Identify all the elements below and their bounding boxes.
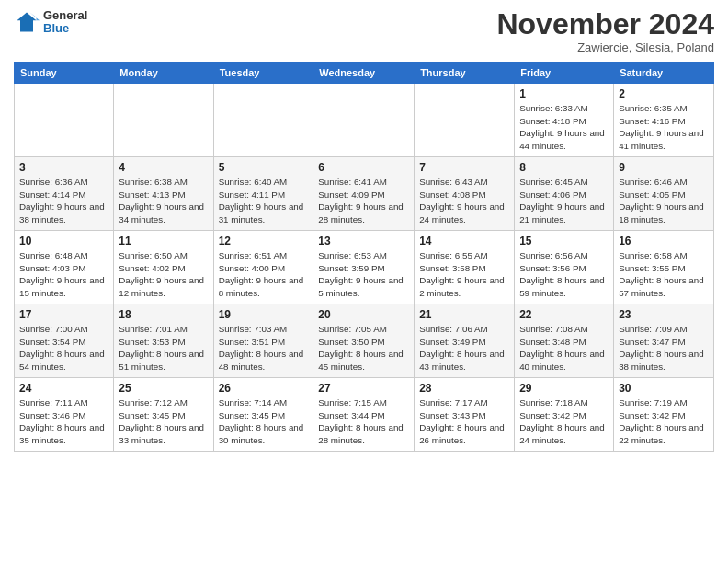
day-info-3-2: Sunrise: 7:03 AM Sunset: 3:51 PM Dayligh… [219,323,309,373]
day-cell-3-0: 17Sunrise: 7:00 AM Sunset: 3:54 PM Dayli… [15,304,114,378]
day-cell-1-1: 4Sunrise: 6:38 AM Sunset: 4:13 PM Daylig… [114,157,213,231]
day-cell-0-4 [415,84,515,157]
day-cell-2-5: 15Sunrise: 6:56 AM Sunset: 3:56 PM Dayli… [515,231,614,304]
calendar-header-row: Sunday Monday Tuesday Wednesday Thursday… [15,63,714,84]
day-num-2-4: 14 [419,235,509,247]
week-row-4: 24Sunrise: 7:11 AM Sunset: 3:46 PM Dayli… [15,378,714,452]
day-info-4-4: Sunrise: 7:17 AM Sunset: 3:43 PM Dayligh… [419,396,509,447]
calendar: Sunday Monday Tuesday Wednesday Thursday… [14,62,714,452]
day-num-2-6: 16 [619,235,709,247]
day-info-2-5: Sunrise: 6:56 AM Sunset: 3:56 PM Dayligh… [519,249,609,300]
day-info-0-5: Sunrise: 6:33 AM Sunset: 4:18 PM Dayligh… [519,102,609,153]
day-cell-1-0: 3Sunrise: 6:36 AM Sunset: 4:14 PM Daylig… [15,157,114,231]
day-info-2-3: Sunrise: 6:53 AM Sunset: 3:59 PM Dayligh… [318,249,409,300]
day-info-2-0: Sunrise: 6:48 AM Sunset: 4:03 PM Dayligh… [19,249,108,300]
day-info-1-2: Sunrise: 6:40 AM Sunset: 4:11 PM Dayligh… [219,176,309,226]
day-cell-2-3: 13Sunrise: 6:53 AM Sunset: 3:59 PM Dayli… [313,231,415,304]
day-cell-4-0: 24Sunrise: 7:11 AM Sunset: 3:46 PM Dayli… [15,378,114,452]
day-cell-2-2: 12Sunrise: 6:51 AM Sunset: 4:00 PM Dayli… [213,231,313,304]
day-cell-3-6: 23Sunrise: 7:09 AM Sunset: 3:47 PM Dayli… [614,304,714,378]
day-cell-0-5: 1Sunrise: 6:33 AM Sunset: 4:18 PM Daylig… [515,84,614,157]
col-sunday: Sunday [15,63,114,84]
day-cell-4-2: 26Sunrise: 7:14 AM Sunset: 3:45 PM Dayli… [213,378,313,452]
title-block: November 2024 Zawiercie, Silesia, Poland [496,9,714,54]
day-info-1-3: Sunrise: 6:41 AM Sunset: 4:09 PM Dayligh… [318,176,409,226]
header: General Blue November 2024 Zawiercie, Si… [14,9,714,54]
day-cell-2-0: 10Sunrise: 6:48 AM Sunset: 4:03 PM Dayli… [15,231,114,304]
day-cell-1-6: 9Sunrise: 6:46 AM Sunset: 4:05 PM Daylig… [614,157,714,231]
day-cell-3-2: 19Sunrise: 7:03 AM Sunset: 3:51 PM Dayli… [213,304,313,378]
month-title: November 2024 [496,9,714,39]
day-num-1-6: 9 [619,161,709,174]
day-cell-4-1: 25Sunrise: 7:12 AM Sunset: 3:45 PM Dayli… [114,378,213,452]
day-num-1-2: 5 [219,161,309,174]
day-info-3-6: Sunrise: 7:09 AM Sunset: 3:47 PM Dayligh… [619,323,709,373]
day-info-3-4: Sunrise: 7:06 AM Sunset: 3:49 PM Dayligh… [419,323,509,373]
day-info-2-2: Sunrise: 6:51 AM Sunset: 4:00 PM Dayligh… [219,249,309,300]
day-cell-1-4: 7Sunrise: 6:43 AM Sunset: 4:08 PM Daylig… [415,157,515,231]
day-num-3-2: 19 [219,308,309,321]
day-cell-1-2: 5Sunrise: 6:40 AM Sunset: 4:11 PM Daylig… [213,157,313,231]
day-num-1-5: 8 [519,161,609,174]
day-cell-1-5: 8Sunrise: 6:45 AM Sunset: 4:06 PM Daylig… [515,157,614,231]
day-info-2-4: Sunrise: 6:55 AM Sunset: 3:58 PM Dayligh… [419,249,509,300]
day-cell-0-1 [114,84,213,157]
day-num-4-0: 24 [19,382,108,395]
day-num-4-3: 27 [318,382,409,395]
col-monday: Monday [114,63,213,84]
day-cell-2-6: 16Sunrise: 6:58 AM Sunset: 3:55 PM Dayli… [614,231,714,304]
day-info-3-0: Sunrise: 7:00 AM Sunset: 3:54 PM Dayligh… [19,323,108,373]
day-num-2-5: 15 [519,235,609,247]
day-cell-3-3: 20Sunrise: 7:05 AM Sunset: 3:50 PM Dayli… [313,304,415,378]
day-cell-0-3 [313,84,415,157]
day-info-3-3: Sunrise: 7:05 AM Sunset: 3:50 PM Dayligh… [318,323,409,373]
logo-icon [14,9,40,35]
day-info-4-2: Sunrise: 7:14 AM Sunset: 3:45 PM Dayligh… [219,396,309,447]
day-num-3-5: 22 [519,308,609,321]
day-info-2-1: Sunrise: 6:50 AM Sunset: 4:02 PM Dayligh… [119,249,208,300]
day-info-0-6: Sunrise: 6:35 AM Sunset: 4:16 PM Dayligh… [619,102,709,153]
logo: General Blue [14,9,87,36]
day-cell-2-1: 11Sunrise: 6:50 AM Sunset: 4:02 PM Dayli… [114,231,213,304]
calendar-body: 1Sunrise: 6:33 AM Sunset: 4:18 PM Daylig… [15,84,714,452]
day-info-4-3: Sunrise: 7:15 AM Sunset: 3:44 PM Dayligh… [318,396,409,447]
day-num-4-6: 30 [619,382,709,395]
day-num-2-1: 11 [119,235,208,247]
col-thursday: Thursday [415,63,515,84]
day-num-2-2: 12 [219,235,309,247]
day-info-4-5: Sunrise: 7:18 AM Sunset: 3:42 PM Dayligh… [519,396,609,447]
day-num-1-1: 4 [119,161,208,174]
day-cell-3-4: 21Sunrise: 7:06 AM Sunset: 3:49 PM Dayli… [415,304,515,378]
day-cell-4-5: 29Sunrise: 7:18 AM Sunset: 3:42 PM Dayli… [515,378,614,452]
day-num-1-0: 3 [19,161,108,174]
day-info-1-5: Sunrise: 6:45 AM Sunset: 4:06 PM Dayligh… [519,176,609,226]
col-wednesday: Wednesday [313,63,415,84]
day-num-2-3: 13 [318,235,409,247]
day-num-3-0: 17 [19,308,108,321]
day-num-3-4: 21 [419,308,509,321]
day-num-4-4: 28 [419,382,509,395]
day-num-3-1: 18 [119,308,208,321]
week-row-0: 1Sunrise: 6:33 AM Sunset: 4:18 PM Daylig… [15,84,714,157]
location: Zawiercie, Silesia, Poland [496,40,714,54]
day-cell-1-3: 6Sunrise: 6:41 AM Sunset: 4:09 PM Daylig… [313,157,415,231]
day-info-4-6: Sunrise: 7:19 AM Sunset: 3:42 PM Dayligh… [619,396,709,447]
logo-text: General Blue [43,9,87,36]
day-num-3-6: 23 [619,308,709,321]
day-cell-0-2 [213,84,313,157]
day-cell-0-6: 2Sunrise: 6:35 AM Sunset: 4:16 PM Daylig… [614,84,714,157]
day-num-4-2: 26 [219,382,309,395]
week-row-3: 17Sunrise: 7:00 AM Sunset: 3:54 PM Dayli… [15,304,714,378]
day-info-3-1: Sunrise: 7:01 AM Sunset: 3:53 PM Dayligh… [119,323,208,373]
day-cell-3-5: 22Sunrise: 7:08 AM Sunset: 3:48 PM Dayli… [515,304,614,378]
day-num-0-5: 1 [519,87,609,100]
week-row-1: 3Sunrise: 6:36 AM Sunset: 4:14 PM Daylig… [15,157,714,231]
day-cell-4-6: 30Sunrise: 7:19 AM Sunset: 3:42 PM Dayli… [614,378,714,452]
page: General Blue November 2024 Zawiercie, Si… [0,0,728,563]
day-cell-3-1: 18Sunrise: 7:01 AM Sunset: 3:53 PM Dayli… [114,304,213,378]
logo-blue: Blue [43,22,87,35]
day-num-3-3: 20 [318,308,409,321]
col-saturday: Saturday [614,63,714,84]
col-tuesday: Tuesday [213,63,313,84]
week-row-2: 10Sunrise: 6:48 AM Sunset: 4:03 PM Dayli… [15,231,714,304]
